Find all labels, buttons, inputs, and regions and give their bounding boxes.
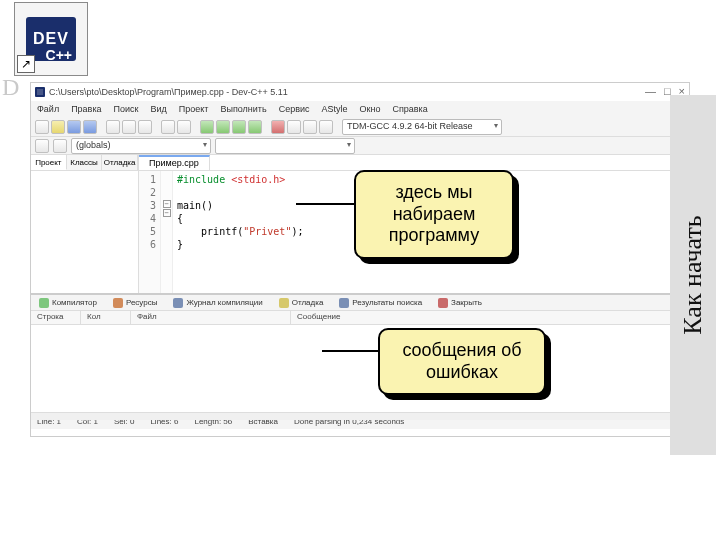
- minimize-button[interactable]: —: [645, 85, 656, 97]
- compile-run-icon[interactable]: [232, 120, 246, 134]
- menu-window[interactable]: Окно: [360, 104, 381, 114]
- callout-errors: сообщения об ошибках: [378, 328, 546, 395]
- ide-window: C:\Users\pto\Desktop\Program\Пример.cpp …: [30, 82, 690, 437]
- profiler-icon[interactable]: [303, 120, 317, 134]
- resources-icon: [113, 298, 123, 308]
- devcpp-desktop-icon[interactable]: DEV C++ ↗: [14, 2, 88, 76]
- col-col[interactable]: Кол: [81, 311, 131, 324]
- btab-compiler[interactable]: Компилятор: [35, 297, 101, 309]
- code-text[interactable]: #include <stdio.h> main() { printf("Priv…: [173, 171, 307, 293]
- run-icon[interactable]: [216, 120, 230, 134]
- menu-astyle[interactable]: AStyle: [322, 104, 348, 114]
- menu-search[interactable]: Поиск: [114, 104, 139, 114]
- compiler-icon: [39, 298, 49, 308]
- menu-tools[interactable]: Сервис: [279, 104, 310, 114]
- slide-title-block: Как начать: [670, 95, 716, 455]
- btab-search[interactable]: Результаты поиска: [335, 297, 426, 309]
- horizontal-scrollbar[interactable]: [31, 412, 689, 420]
- redo-icon[interactable]: [138, 120, 152, 134]
- window-title: C:\Users\pto\Desktop\Program\Пример.cpp …: [49, 87, 288, 97]
- toolbar-secondary: (globals): [31, 137, 689, 155]
- btab-close[interactable]: Закрыть: [434, 297, 486, 309]
- callout-editor: здесь мы набираем программу: [354, 170, 514, 259]
- menu-edit[interactable]: Правка: [71, 104, 101, 114]
- stop-icon[interactable]: [287, 120, 301, 134]
- replace-icon[interactable]: [177, 120, 191, 134]
- log-icon: [173, 298, 183, 308]
- logo-cpp-text: C++: [46, 47, 72, 63]
- col-line[interactable]: Строка: [31, 311, 81, 324]
- back-icon[interactable]: [35, 139, 49, 153]
- rebuild-icon[interactable]: [248, 120, 262, 134]
- shortcut-arrow-icon: ↗: [17, 55, 35, 73]
- toolbar-main: TDM-GCC 4.9.2 64-bit Release: [31, 117, 689, 137]
- saveall-icon[interactable]: [83, 120, 97, 134]
- print-icon[interactable]: [106, 120, 120, 134]
- menu-run[interactable]: Выполнить: [220, 104, 266, 114]
- fold-toggle-icon[interactable]: −: [163, 200, 171, 208]
- forward-icon[interactable]: [53, 139, 67, 153]
- col-file[interactable]: Файл: [131, 311, 291, 324]
- col-message[interactable]: Сообщение: [291, 311, 689, 324]
- sidetab-classes[interactable]: Классы: [67, 155, 103, 170]
- menubar: Файл Правка Поиск Вид Проект Выполнить С…: [31, 101, 689, 117]
- faded-d-label: D: [2, 74, 19, 101]
- compiler-combo[interactable]: TDM-GCC 4.9.2 64-bit Release: [342, 119, 502, 135]
- messages-body[interactable]: [31, 325, 689, 413]
- btab-debug[interactable]: Отладка: [275, 297, 328, 309]
- menu-project[interactable]: Проект: [179, 104, 209, 114]
- file-tab[interactable]: Пример.cpp: [139, 155, 210, 170]
- callout-1-tail: [296, 203, 354, 205]
- new-file-icon[interactable]: [35, 120, 49, 134]
- logo-dev-text: DEV: [33, 30, 69, 48]
- find-icon[interactable]: [161, 120, 175, 134]
- cleanup-icon[interactable]: [319, 120, 333, 134]
- side-panel: Проект Классы Отладка: [31, 155, 139, 293]
- btab-log[interactable]: Журнал компиляции: [169, 297, 266, 309]
- btab-resources[interactable]: Ресурсы: [109, 297, 162, 309]
- callout-2-tail: [322, 350, 378, 352]
- undo-icon[interactable]: [122, 120, 136, 134]
- app-icon: [35, 87, 45, 97]
- slide-title: Как начать: [678, 215, 708, 334]
- debug-icon[interactable]: [271, 120, 285, 134]
- scope-combo[interactable]: (globals): [71, 138, 211, 154]
- titlebar[interactable]: C:\Users\pto\Desktop\Program\Пример.cpp …: [31, 83, 689, 101]
- line-numbers: 1 2 3 4 5 6: [139, 171, 161, 293]
- debug-tab-icon: [279, 298, 289, 308]
- menu-help[interactable]: Справка: [392, 104, 427, 114]
- sidetab-debug[interactable]: Отладка: [102, 155, 138, 170]
- search-tab-icon: [339, 298, 349, 308]
- menu-file[interactable]: Файл: [37, 104, 59, 114]
- save-icon[interactable]: [67, 120, 81, 134]
- fold-toggle-icon[interactable]: −: [163, 209, 171, 217]
- bottom-tabs: Компилятор Ресурсы Журнал компиляции Отл…: [31, 293, 689, 311]
- fold-gutter: − −: [161, 171, 173, 293]
- compile-icon[interactable]: [200, 120, 214, 134]
- open-icon[interactable]: [51, 120, 65, 134]
- function-combo[interactable]: [215, 138, 355, 154]
- sidetab-project[interactable]: Проект: [31, 155, 67, 170]
- close-tab-icon: [438, 298, 448, 308]
- menu-view[interactable]: Вид: [151, 104, 167, 114]
- messages-header: Строка Кол Файл Сообщение: [31, 311, 689, 325]
